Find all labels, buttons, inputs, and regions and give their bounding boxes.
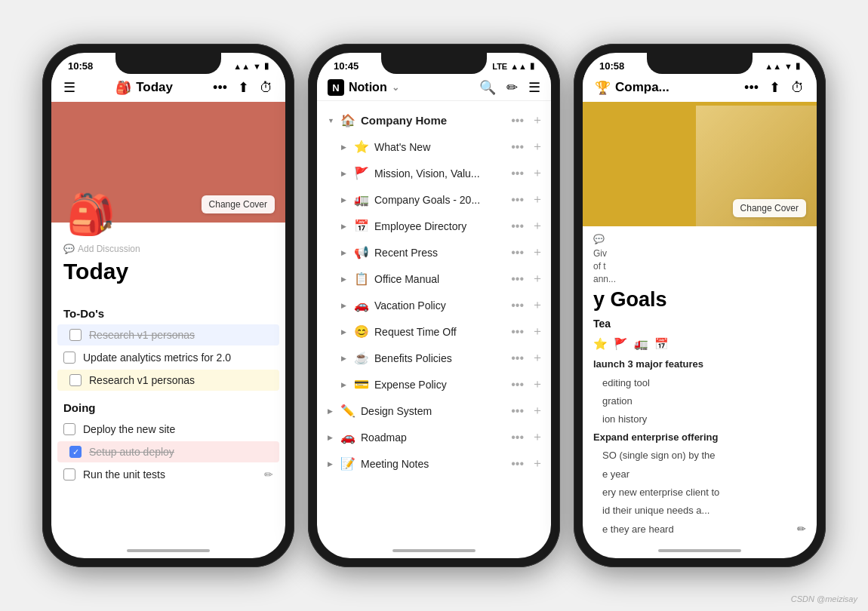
cover-image-1: 🎒 Change Cover [51,102,285,223]
sidebar-item-expense[interactable]: ▶ 💳 Expense Policy ••• ＋ [317,371,551,398]
add-goals[interactable]: ＋ [531,192,543,207]
add-manual[interactable]: ＋ [531,271,543,287]
label-company-home: Company Home [361,114,506,127]
checkbox-0[interactable] [69,329,82,341]
doing-item-2[interactable]: Run the unit tests ✏ [51,464,285,485]
sidebar-item-timeoff[interactable]: ▶ 😊 Request Time Off ••• ＋ [317,318,551,345]
add-timeoff[interactable]: ＋ [531,324,543,339]
sidebar-item-vacation[interactable]: ▶ 🚗 Vacation Policy ••• ＋ [317,292,551,318]
add-vacation[interactable]: ＋ [531,297,543,313]
doing-item-0[interactable]: Deploy the new site [51,419,285,440]
goal-line-8: id their unique needs a... [593,502,806,520]
more-icon[interactable]: ••• [213,80,227,96]
more-design[interactable]: ••• [511,404,524,418]
chevron-mission: ▶ [341,170,349,177]
add-whats-new[interactable]: ＋ [531,139,543,155]
todos-header: To-Do's [51,307,285,320]
add-roadmap[interactable]: ＋ [531,429,543,445]
actions-benefits: ••• ＋ [511,350,543,366]
notion-nav-icons: 🔍 ✏ ☰ [479,79,540,96]
clock-icon-3[interactable]: ⏱ [791,80,805,96]
chevron-goals: ▶ [341,196,349,204]
add-mission[interactable]: ＋ [531,165,543,181]
goal-line-0: launch 3 major features [593,355,806,373]
discussion-icon: 💬 [63,244,75,254]
more-benefits[interactable]: ••• [511,352,524,365]
checkbox-d1[interactable]: ✓ [69,446,82,458]
label-expense: Expense Policy [374,379,506,391]
actions-roadmap: ••• ＋ [511,429,543,445]
more-vacation[interactable]: ••• [511,299,524,312]
status-icons-3: ▲▲ ▼ ▮ [765,61,800,71]
actions-goals: ••• ＋ [511,192,543,207]
actions-whats-new: ••• ＋ [511,139,543,155]
sidebar-item-design[interactable]: ▶ ✏️ Design System ••• ＋ [317,398,551,424]
add-expense[interactable]: ＋ [531,376,543,392]
add-meetings[interactable]: ＋ [531,456,543,471]
checkbox-d2[interactable] [63,468,75,481]
add-directory[interactable]: ＋ [531,218,543,234]
edit-icon-3[interactable]: ✏ [797,522,806,537]
sidebar-item-goals[interactable]: ▶ 🚛 Company Goals - 20... ••• ＋ [317,186,551,213]
more-directory[interactable]: ••• [511,220,524,233]
todo-item-2[interactable]: Research v1 personas [57,370,279,391]
add-benefits[interactable]: ＋ [531,350,543,366]
share-icon[interactable]: ⬆ [238,79,249,96]
compose-icon[interactable]: ✏ [506,79,518,96]
sidebar-item-mission[interactable]: ▶ 🚩 Mission, Vision, Valu... ••• ＋ [317,160,551,186]
emoji-timeoff: 😊 [353,324,370,339]
label-press: Recent Press [374,247,506,259]
sidebar-item-roadmap[interactable]: ▶ 🚗 Roadmap ••• ＋ [317,424,551,450]
more-manual[interactable]: ••• [511,272,524,286]
chevron-design: ▶ [328,407,335,415]
chevron-manual: ▶ [341,275,349,283]
change-cover-button-3[interactable]: Change Cover [733,199,806,217]
checkbox-2[interactable] [69,374,82,386]
doing-item-1[interactable]: ✓ Setup auto deploy [57,441,279,462]
sidebar-item-benefits[interactable]: ▶ ☕ Benefits Policies ••• ＋ [317,345,551,371]
more-press[interactable]: ••• [511,246,524,259]
phone-2-screen: 10:45 LTE ▲▲ ▮ N Notion ⌄ 🔍 ✏ ☰ [317,53,551,558]
more-mission[interactable]: ••• [511,167,524,180]
checkbox-1[interactable] [63,352,75,364]
notch-2 [381,53,487,74]
more-icon-3[interactable]: ••• [744,80,759,96]
clock-icon[interactable]: ⏱ [260,80,273,96]
chevron-directory: ▶ [341,223,349,230]
nav-icons-1: ••• ⬆ ⏱ [213,79,273,96]
actions-meetings: ••• ＋ [511,456,543,471]
sidebar-item-directory[interactable]: ▶ 📅 Employee Directory ••• ＋ [317,213,551,239]
sidebar-item-meetings[interactable]: ▶ 📝 Meeting Notes ••• ＋ [317,450,551,477]
more-whats-new[interactable]: ••• [511,140,524,154]
sidebar-item-company-home[interactable]: ▼ 🏠 Company Home ••• ＋ [317,107,551,134]
checkbox-d0[interactable] [63,423,75,435]
add-design[interactable]: ＋ [531,403,543,419]
goal-line-9: e they are heard ✏ [593,520,806,539]
add-press[interactable]: ＋ [531,244,543,260]
sidebar-item-press[interactable]: ▶ 📢 Recent Press ••• ＋ [317,239,551,266]
more-expense[interactable]: ••• [511,378,524,391]
more-roadmap[interactable]: ••• [511,431,524,444]
add-discussion-1[interactable]: 💬 Add Discussion [63,244,273,254]
todo-item-0[interactable]: Research v1 personas [57,324,279,345]
emoji-roadmap: 🚗 [340,430,356,444]
chevron-meetings: ▶ [328,460,335,468]
todo-item-1[interactable]: Update analytics metrics for 2.0 [51,347,285,368]
more-goals[interactable]: ••• [511,193,524,207]
add-company-home[interactable]: ＋ [531,112,543,128]
chevron-company-home: ▼ [328,117,335,124]
change-cover-button-1[interactable]: Change Cover [202,195,275,213]
share-icon-3[interactable]: ⬆ [769,79,780,96]
menu-icon[interactable]: ☰ [63,79,75,96]
sidebar-item-whats-new[interactable]: ▶ ⭐ What's New ••• ＋ [317,134,551,160]
more-company-home[interactable]: ••• [511,114,524,127]
search-icon[interactable]: 🔍 [479,79,496,96]
home-bar-2 [392,549,476,552]
sidebar-item-manual[interactable]: ▶ 📋 Office Manual ••• ＋ [317,266,551,292]
label-roadmap: Roadmap [361,431,506,444]
chevron-press: ▶ [341,249,349,256]
notion-menu-icon[interactable]: ☰ [528,79,540,96]
more-meetings[interactable]: ••• [511,457,524,471]
edit-icon-1[interactable]: ✏ [264,468,273,481]
more-timeoff[interactable]: ••• [511,325,524,339]
